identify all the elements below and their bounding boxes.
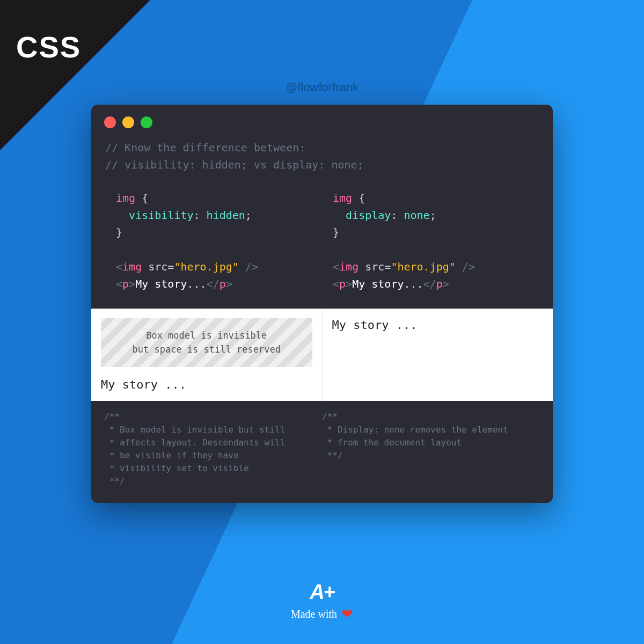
made-text: Made with: [291, 608, 337, 620]
footer: A+ Made with ❤: [291, 581, 353, 623]
attr: src: [148, 260, 167, 273]
value: none: [404, 209, 429, 222]
text-content: My story: [135, 277, 187, 290]
corner-badge: [0, 0, 150, 150]
tag-p-close: p: [219, 277, 226, 290]
tag-p: p: [122, 277, 129, 290]
selector: img: [333, 192, 352, 204]
tag-img: img: [339, 260, 358, 273]
note-right: /** * Display: none removes the element …: [322, 411, 540, 488]
output-area: Box model is invisible but space is stil…: [91, 309, 553, 401]
output-text-left: My story ...: [91, 378, 312, 391]
dots: ...: [187, 277, 206, 290]
css-rule-left: img { visibility: hidden; }: [116, 189, 322, 241]
placeholder-line-2: but space is still reserved: [106, 343, 307, 357]
attr: src: [365, 260, 384, 273]
string: "hero.jpg": [391, 260, 455, 273]
html-snippet-right: <img src="hero.jpg" /> <p>My story...</p…: [333, 258, 539, 292]
right-column: img { display: none; } <img src="hero.jp…: [322, 189, 539, 292]
notes-area: /** * Box model is invisible but still *…: [91, 401, 553, 503]
selector: img: [116, 192, 135, 204]
placeholder-line-1: Box model is invisible: [106, 329, 307, 343]
logo: A+: [291, 581, 353, 604]
tag-img: img: [122, 260, 142, 273]
code-columns: img { visibility: hidden; } <img src="he…: [105, 189, 539, 292]
output-text-right: My story ...: [332, 318, 544, 332]
code-area: // Know the difference between: // visib…: [91, 134, 553, 309]
css-rule-right: img { display: none; }: [333, 189, 539, 241]
invisible-box-placeholder: Box model is invisible but space is stil…: [101, 318, 312, 367]
html-snippet-left: <img src="hero.jpg" /> <p>My story...</p…: [116, 258, 322, 292]
dots: ...: [404, 277, 423, 290]
output-left: Box model is invisible but space is stil…: [91, 309, 323, 401]
value: hidden: [207, 209, 245, 222]
string: "hero.jpg": [174, 260, 238, 273]
comment-line-2: // visibility: hidden; vs display: none;: [105, 156, 539, 173]
text-content: My story: [352, 277, 404, 290]
heart-icon: ❤: [341, 606, 353, 623]
property: display: [346, 209, 391, 222]
note-left: /** * Box model is invisible but still *…: [104, 411, 322, 488]
code-window: // Know the difference between: // visib…: [91, 105, 553, 503]
output-right: My story ...: [323, 309, 553, 401]
tag-p: p: [339, 277, 346, 290]
property: visibility: [129, 209, 193, 222]
left-column: img { visibility: hidden; } <img src="he…: [105, 189, 322, 292]
comment-line-1: // Know the difference between:: [105, 139, 539, 156]
author-handle: @flowforfrank: [286, 80, 358, 94]
window-titlebar: [91, 105, 553, 134]
made-with: Made with ❤: [291, 606, 353, 623]
tag-p-close: p: [436, 277, 443, 290]
badge-text: CSS: [16, 30, 81, 64]
